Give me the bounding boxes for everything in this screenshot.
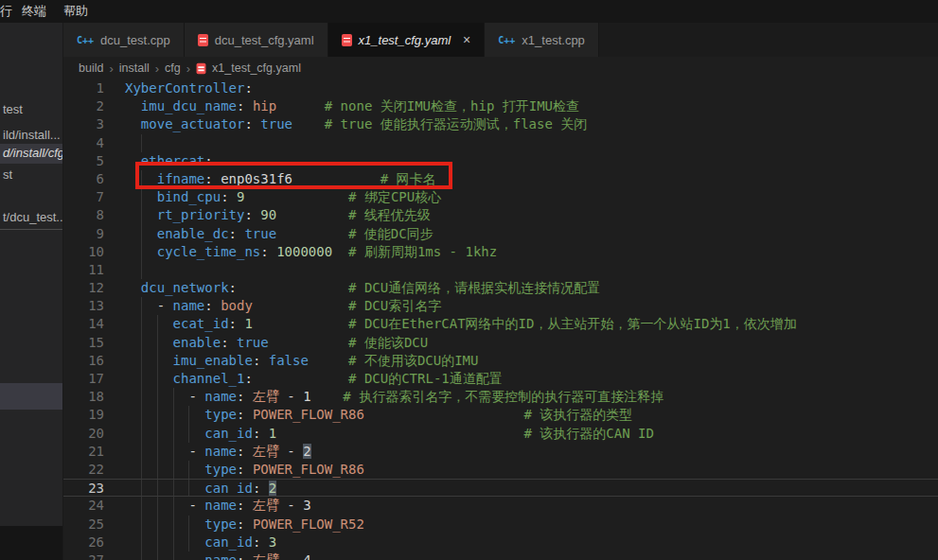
sidebar-item-t-dcu-test-[interactable]: t/dcu_test... — [0, 208, 63, 227]
code-line-4[interactable]: 4 — [63, 134, 938, 152]
tab-dcu_test_cfg.yaml[interactable]: dcu_test_cfg.yaml — [185, 23, 328, 57]
menu-item-partial[interactable]: 行 — [0, 0, 13, 23]
code-line-27[interactable]: 27 - name: 左臂 - 4 — [63, 551, 938, 560]
tab-x1_test.cpp[interactable]: C++x1_test.cpp — [485, 23, 599, 57]
chevron-right-icon: › — [155, 61, 159, 76]
code-line-14[interactable]: 14 ecat_id: 1 # DCU在EtherCAT网络中的ID，从主站开始… — [63, 315, 938, 333]
close-icon[interactable]: × — [463, 32, 470, 47]
code-line-2[interactable]: 2 imu_dcu_name: hip # none 关闭IMU检查，hip 打… — [63, 97, 938, 115]
sidebar-item-test[interactable]: test — [0, 100, 63, 119]
code-line-7[interactable]: 7 bind_cpu: 9 # 绑定CPU核心 — [63, 188, 938, 206]
code-line-text: can_id: 2 — [119, 480, 938, 496]
indent-guide-icon — [141, 206, 142, 224]
tab-label: x1_test_cfg.yaml — [359, 33, 451, 47]
code-line-text: - name: 左臂 - 3 — [119, 497, 938, 515]
token: 左臂 — [253, 552, 279, 560]
token: # 执行器索引名字，不需要控制的执行器可直接注释掉 — [343, 389, 664, 404]
code-line-9[interactable]: 9 enable_dc: true # 使能DC同步 — [63, 225, 938, 243]
menu-item-终端[interactable]: 终端 — [13, 0, 55, 23]
code-line-3[interactable]: 3 move_actuator: true # true 使能执行器运动测试，f… — [63, 115, 938, 133]
code-line-text: enable_dc: true # 使能DC同步 — [119, 225, 938, 243]
code-line-text: enable: true # 使能该DCU — [119, 334, 938, 352]
code-line-text: type: POWER_FLOW_R52 — [119, 516, 938, 534]
token: POWER_FLOW_R52 — [253, 516, 364, 532]
sidebar-item-ild-install-[interactable]: ild/install... — [0, 126, 63, 145]
token — [292, 116, 325, 131]
indent-guide-icon — [141, 134, 142, 152]
menu-item-帮助[interactable]: 帮助 — [55, 0, 97, 23]
tab-label: dcu_test.cpp — [100, 33, 170, 47]
sidebar-separator — [0, 229, 63, 230]
code-line-5[interactable]: 5 ethercat: — [63, 152, 938, 170]
code-line-19[interactable]: 19 type: POWER_FLOW_R86 # 该执行器的类型 — [63, 406, 938, 424]
code-line-22[interactable]: 22 type: POWER_FLOW_R86 — [63, 461, 938, 479]
code-line-8[interactable]: 8 rt_priority: 90 # 线程优先级 — [63, 206, 938, 224]
code-line-23[interactable]: 23 can_id: 2 — [63, 479, 938, 497]
token: # 使能该DCU — [348, 335, 428, 350]
indent-guide-icon — [173, 497, 174, 515]
tab-dcu_test.cpp[interactable]: C++dcu_test.cpp — [63, 23, 185, 57]
code-line-20[interactable]: 20 can_id: 1 # 该执行器的CAN ID — [63, 425, 938, 443]
indent-guide-icon — [157, 352, 158, 370]
token: : — [253, 534, 269, 550]
sidebar-item-st[interactable]: st — [0, 166, 63, 184]
line-number: 17 — [63, 370, 119, 388]
code-line-17[interactable]: 17 channel_1: # DCU的CTRL-1通道配置 — [63, 370, 938, 388]
indent-guide-icon — [141, 297, 142, 315]
code-line-6[interactable]: 6 ifname: enp0s31f6 # 网卡名 — [63, 170, 938, 188]
token: dcu_network — [141, 280, 229, 295]
token: can_id — [204, 534, 253, 550]
indent-guide-icon — [173, 425, 174, 443]
breadcrumb-segment-build[interactable]: build — [79, 61, 103, 75]
token: 3 — [303, 498, 310, 513]
tab-x1_test_cfg.yaml[interactable]: x1_test_cfg.yaml× — [328, 23, 486, 57]
code-line-15[interactable]: 15 enable: true # 使能该DCU — [63, 334, 938, 352]
code-line-13[interactable]: 13 - name: body # DCU索引名字 — [63, 297, 938, 315]
token: 2 — [303, 444, 310, 459]
token: type — [204, 407, 237, 422]
code-line-10[interactable]: 10 cycle_time_ns: 1000000 # 刷新周期1ms - 1k… — [63, 243, 938, 261]
code-line-text: imu_dcu_name: hip # none 关闭IMU检查，hip 打开I… — [119, 97, 938, 115]
token: # DCU的CTRL-1通道配置 — [348, 371, 503, 386]
token: enp0s31f6 — [221, 171, 292, 186]
token: # 网卡名 — [381, 171, 436, 186]
token: 左臂 — [253, 389, 279, 404]
token: name — [204, 552, 237, 560]
code-line-21[interactable]: 21 - name: 左臂 - 2 — [63, 443, 938, 461]
code-line-16[interactable]: 16 imu_enable: false # 不使用该DCU的IMU — [63, 352, 938, 370]
token: : — [244, 80, 252, 96]
breadcrumb-segment-install[interactable]: install — [119, 61, 150, 75]
code-editor[interactable]: 1XyberController:2 imu_dcu_name: hip # n… — [63, 79, 938, 560]
token: : — [244, 371, 252, 386]
breadcrumb-file[interactable]: x1_test_cfg.yaml — [212, 61, 301, 75]
token: false — [269, 353, 309, 368]
token: - — [188, 444, 204, 459]
code-line-24[interactable]: 24 - name: 左臂 - 3 — [63, 497, 938, 515]
code-line-text: can_id: 3 — [119, 534, 938, 551]
token: ifname — [157, 171, 205, 186]
token — [125, 280, 141, 295]
code-line-text: rt_priority: 90 # 线程优先级 — [119, 206, 938, 224]
code-line-12[interactable]: 12 dcu_network: # DCU通信网络，请根据实机连接情况配置 — [63, 279, 938, 297]
line-number: 12 — [63, 279, 119, 297]
indent-guide-icon — [173, 480, 174, 496]
line-number: 13 — [63, 297, 119, 315]
code-line-18[interactable]: 18 - name: 左臂 - 1 # 执行器索引名字，不需要控制的执行器可直接… — [63, 388, 938, 406]
indent-guide-icon — [141, 425, 142, 443]
token — [276, 226, 348, 241]
indent-guide-icon — [141, 443, 142, 461]
code-area[interactable]: 1XyberController:2 imu_dcu_name: hip # n… — [63, 79, 938, 560]
code-line-25[interactable]: 25 type: POWER_FLOW_R52 — [63, 516, 938, 534]
token — [269, 335, 348, 350]
code-line-1[interactable]: 1XyberController: — [63, 79, 938, 97]
code-line-26[interactable]: 26 can_id: 3 — [63, 534, 938, 551]
sidebar-item-d-install-cfg[interactable]: d/install/cfg — [0, 144, 63, 164]
token — [125, 335, 173, 350]
indent-guide-icon — [173, 443, 174, 461]
token: name — [204, 389, 237, 404]
breadcrumb-segment-cfg[interactable]: cfg — [165, 61, 181, 75]
code-line-11[interactable]: 11 — [63, 261, 938, 279]
token: : — [237, 552, 253, 560]
code-line-text: can_id: 1 # 该执行器的CAN ID — [119, 425, 938, 443]
indent-guide-icon — [141, 188, 142, 206]
